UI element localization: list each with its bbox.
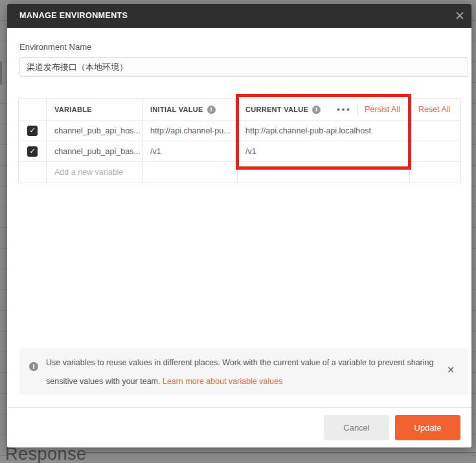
row-checkbox-cell: ✓ bbox=[19, 141, 47, 161]
reset-all-link[interactable]: Reset All bbox=[418, 105, 450, 114]
variable-checkbox[interactable]: ✓ bbox=[27, 146, 38, 157]
table-row: ✓ channel_pub_api_bas... /v1 /v1 bbox=[19, 141, 460, 162]
header-checkbox-cell bbox=[19, 99, 47, 120]
header-initial-label: INITIAL VALUE bbox=[150, 106, 203, 113]
check-icon: ✓ bbox=[29, 127, 35, 134]
reset-cell bbox=[410, 141, 460, 161]
environment-name-label: Environment Name bbox=[19, 42, 91, 52]
current-value-cell[interactable]: http://api.channel-pub-api.localhost bbox=[238, 120, 410, 141]
variables-table: VARIABLE INITIAL VALUE i CURRENT VALUE i… bbox=[18, 98, 461, 183]
manage-environments-dialog: MANAGE ENVIRONMENTS ✕ Environment Name V… bbox=[7, 4, 471, 447]
current-value-cell[interactable] bbox=[238, 162, 410, 183]
info-icon[interactable]: i bbox=[207, 106, 216, 114]
reset-cell bbox=[410, 120, 460, 141]
initial-value-cell[interactable]: http://api.channel-pu... bbox=[142, 120, 238, 141]
header-current-label: CURRENT VALUE bbox=[245, 106, 308, 113]
initial-value-cell[interactable]: /v1 bbox=[142, 141, 238, 161]
dialog-title: MANAGE ENVIRONMENTS bbox=[19, 4, 128, 28]
table-header-row: VARIABLE INITIAL VALUE i CURRENT VALUE i… bbox=[19, 99, 460, 120]
update-button[interactable]: Update bbox=[395, 415, 460, 440]
initial-value-cell[interactable] bbox=[142, 162, 238, 183]
banner-text: Use variables to reuse values in differe… bbox=[46, 354, 442, 391]
add-variable-row: Add a new variable bbox=[19, 162, 460, 183]
table-row: ✓ channel_pub_api_hos... http://api.chan… bbox=[19, 120, 460, 141]
current-value-cell[interactable]: /v1 bbox=[238, 141, 410, 161]
header-current-value: CURRENT VALUE i ●●● Persist All bbox=[238, 99, 410, 120]
learn-more-link[interactable]: Learn more about variable values bbox=[163, 377, 283, 386]
header-variable: VARIABLE bbox=[47, 99, 142, 120]
header-reset: Reset All bbox=[410, 99, 460, 120]
variable-name-cell[interactable]: channel_pub_api_hos... bbox=[47, 120, 142, 141]
variable-name-cell[interactable]: channel_pub_api_bas... bbox=[47, 141, 142, 161]
header-divider bbox=[357, 104, 358, 115]
info-banner: i Use variables to reuse values in diffe… bbox=[19, 348, 468, 395]
info-icon[interactable]: i bbox=[312, 106, 321, 114]
footer-divider bbox=[7, 407, 471, 408]
variable-checkbox[interactable]: ✓ bbox=[27, 126, 38, 136]
environment-name-input[interactable] bbox=[19, 57, 468, 77]
close-icon[interactable]: ✕ bbox=[455, 4, 465, 28]
header-initial-value: INITIAL VALUE i bbox=[142, 99, 238, 120]
banner-close-icon[interactable]: ✕ bbox=[447, 365, 455, 375]
backdrop-right-strip bbox=[471, 0, 476, 463]
info-icon: i bbox=[29, 362, 38, 371]
cancel-button[interactable]: Cancel bbox=[324, 415, 389, 440]
persist-all-link[interactable]: Persist All bbox=[365, 105, 400, 114]
dialog-header: MANAGE ENVIRONMENTS ✕ bbox=[7, 4, 471, 28]
header-variable-label: VARIABLE bbox=[54, 106, 92, 113]
row-checkbox-cell bbox=[19, 162, 47, 183]
backdrop-scroll-fragment bbox=[0, 62, 2, 85]
row-checkbox-cell: ✓ bbox=[19, 120, 47, 141]
background-divider bbox=[83, 452, 476, 453]
more-options-icon[interactable]: ●●● bbox=[337, 106, 351, 113]
reset-cell bbox=[410, 162, 460, 183]
check-icon: ✓ bbox=[29, 148, 35, 155]
add-variable-input[interactable]: Add a new variable bbox=[47, 162, 142, 183]
